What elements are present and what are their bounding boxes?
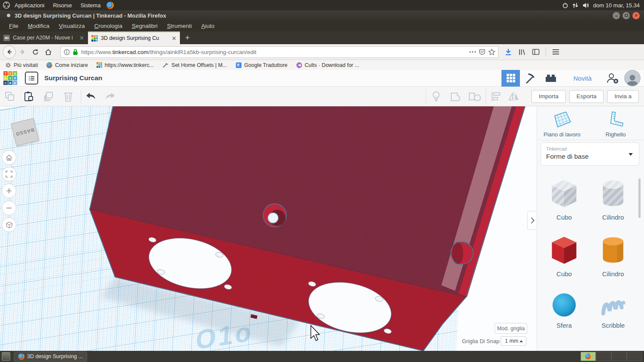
novita-link[interactable]: Novità — [561, 75, 604, 82]
library-icon[interactable] — [518, 48, 526, 56]
menu-segnalibri[interactable]: Segnalibri — [127, 23, 162, 29]
close-button[interactable] — [632, 12, 640, 19]
minecraft-mode-button[interactable] — [520, 70, 541, 87]
copy-button[interactable] — [3, 90, 16, 103]
bookmark-come-iniziare[interactable]: Come iniziare — [46, 62, 88, 68]
tinkercad-logo[interactable]: T I N K E R C A D — [3, 71, 17, 85]
show-all-button[interactable] — [430, 90, 443, 103]
bookmark-piu-visitati[interactable]: Più visitati — [5, 62, 38, 68]
menu-cronologia[interactable]: Cronologia — [90, 23, 127, 29]
3d-model[interactable] — [0, 106, 537, 351]
esporta-button[interactable]: Esporta — [569, 90, 604, 103]
downloads-icon[interactable] — [504, 48, 512, 56]
design-menu-button[interactable] — [25, 72, 38, 84]
workspace-1[interactable] — [580, 352, 596, 361]
perspective-toggle-button[interactable] — [2, 217, 16, 232]
lock-icon[interactable] — [73, 49, 78, 55]
shape-tile-scribble[interactable]: Scribble — [589, 290, 637, 329]
new-tab-button[interactable]: + — [180, 33, 195, 42]
mirror-button[interactable] — [507, 90, 520, 103]
invia-a-button[interactable]: Invia a — [607, 90, 639, 103]
avatar[interactable] — [624, 70, 641, 86]
maximize-button[interactable] — [623, 12, 630, 19]
panel-scrollbar[interactable] — [638, 178, 641, 218]
logo-letter: K — [3, 76, 8, 80]
tab-close-icon[interactable]: ✕ — [79, 35, 84, 41]
tab-case-per-a20m[interactable]: 3D Case per A20M - Nuove i ✕ — [0, 31, 88, 44]
firefox-launcher-icon[interactable] — [106, 2, 114, 9]
3d-viewport[interactable]: O1o — [0, 106, 537, 351]
undo-button[interactable] — [85, 90, 97, 103]
home-button[interactable] — [42, 45, 55, 58]
panel-collapse-button[interactable] — [527, 211, 537, 230]
menu-applicazioni[interactable]: Applicazioni — [10, 0, 49, 10]
side-hole[interactable] — [451, 242, 473, 264]
back-button[interactable] — [3, 45, 16, 59]
3d-editor-mode-button[interactable] — [501, 70, 520, 87]
power-icon[interactable] — [562, 2, 568, 9]
shape-tile-cilindro-striped[interactable]: Cilindro — [589, 176, 637, 221]
clock[interactable]: dom 10 mar, 15.34 — [593, 2, 640, 9]
counterbore-hole[interactable] — [263, 204, 286, 227]
redo-button[interactable] — [103, 90, 116, 103]
shape-tile-cilindro-orange[interactable]: Cilindro — [589, 232, 637, 278]
hamburger-menu-icon[interactable] — [552, 49, 559, 55]
shape-tile-sfera[interactable]: Sfera — [541, 290, 588, 329]
taskbar-window-button[interactable]: 3D design Surprising ... — [14, 352, 87, 362]
group-button[interactable] — [450, 90, 462, 103]
menu-sistema[interactable]: Sistema — [76, 0, 105, 10]
workplane-tool[interactable]: Piano di lavoro — [538, 110, 586, 138]
bookmark-tinkercad[interactable]: https://www.tinkerc... — [97, 62, 154, 68]
url-bar[interactable]: https://www.tinkercad.com/things/ainklR1… — [61, 46, 498, 58]
view-home-button[interactable] — [2, 150, 16, 165]
menu-risorse[interactable]: Risorse — [49, 0, 76, 10]
duplicate-button[interactable] — [42, 90, 55, 103]
workspace-4[interactable] — [627, 352, 642, 361]
shape-tile-cubo-red[interactable]: Cubo — [541, 232, 588, 278]
sidebar-icon[interactable] — [532, 48, 540, 55]
align-button[interactable] — [489, 90, 502, 103]
menu-strumenti[interactable]: Strumenti — [162, 23, 197, 29]
page-actions-icon[interactable] — [469, 51, 476, 53]
forward-button[interactable] — [16, 45, 29, 58]
shape-tile-cubo-striped[interactable]: Cubo — [541, 176, 588, 221]
menu-aiuto[interactable]: Aiuto — [197, 23, 219, 29]
ungroup-button[interactable] — [468, 90, 481, 103]
minimize-button[interactable] — [613, 12, 620, 19]
shape-label: Cilindro — [589, 214, 637, 221]
edit-grid-button[interactable]: Mod. griglia — [495, 323, 527, 334]
importa-button[interactable]: Importa — [532, 90, 566, 103]
window-title-bar[interactable]: 3D design Surprising Curcan | Tinkercad … — [0, 10, 644, 21]
delete-button[interactable] — [62, 90, 75, 103]
volume-icon[interactable] — [582, 2, 590, 9]
brick-mode-button[interactable] — [541, 70, 561, 87]
distributor-logo-icon[interactable] — [3, 1, 10, 9]
menu-visualizza[interactable]: Visualizza — [54, 23, 90, 29]
bookmark-star-icon[interactable] — [488, 48, 495, 55]
paste-button[interactable] — [22, 90, 35, 103]
bookmark-cults[interactable]: Cults · Download for ... — [296, 62, 359, 68]
bookmark-set-home-offsets[interactable]: Set Home Offsets | M... — [162, 62, 227, 68]
menu-modifica[interactable]: Modifica — [23, 23, 54, 29]
reload-button[interactable] — [29, 45, 42, 58]
invite-button[interactable] — [604, 70, 622, 87]
tab-3d-design-surprising[interactable]: 3D design Surprising Cu ✕ — [88, 31, 180, 44]
workspace-3[interactable] — [611, 352, 627, 361]
bookmark-google-traduttore[interactable]: Google Traduttore — [236, 62, 288, 68]
site-info-icon[interactable] — [64, 49, 70, 55]
pocket-icon[interactable] — [479, 48, 486, 55]
network-icon[interactable] — [572, 2, 579, 9]
workspace-2[interactable] — [596, 352, 611, 361]
ruler-tool[interactable]: Righello — [592, 110, 639, 138]
menu-file[interactable]: File — [4, 23, 23, 29]
fit-view-button[interactable] — [2, 167, 16, 181]
shape-category-dropdown[interactable]: Tinkercad Forme di base — [541, 142, 639, 166]
zoom-out-button[interactable] — [2, 201, 16, 215]
show-desktop-icon[interactable] — [2, 352, 10, 361]
tab-close-icon[interactable]: ✕ — [172, 35, 176, 42]
red-cube-icon — [541, 232, 588, 268]
zoom-in-button[interactable] — [2, 184, 16, 198]
snap-grid-select[interactable]: 1 mm — [501, 336, 526, 346]
design-title[interactable]: Surprising Curcan — [44, 74, 102, 82]
url-text[interactable]: https://www.tinkercad.com/things/ainklR1… — [81, 49, 467, 55]
